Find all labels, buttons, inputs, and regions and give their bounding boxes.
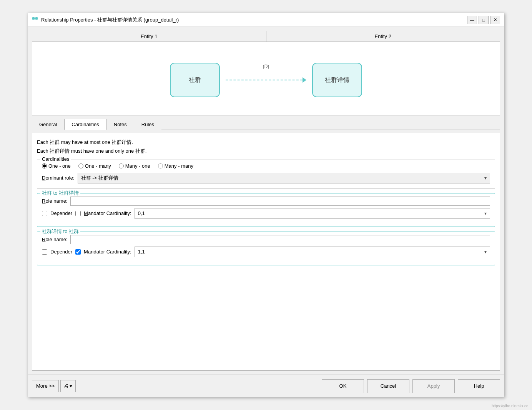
window-title: Relationship Properties - 社群与社群详情关系 (gro… [41, 17, 179, 23]
dominant-role-dropdown[interactable]: 社群 -> 社群详情 [78, 173, 490, 183]
svg-rect-1 [35, 17, 38, 20]
tab-rules[interactable]: Rules [134, 119, 161, 130]
radio-many-one[interactable]: Many - one [119, 163, 150, 169]
connector-arrow [303, 77, 306, 83]
cardinalities-group-box: Cardinalities One - one One - many Many … [37, 160, 495, 188]
radio-one-one-input[interactable] [42, 163, 47, 168]
section2-role-input[interactable] [70, 235, 490, 244]
radio-many-many[interactable]: Many - many [158, 163, 193, 169]
section1-depender-label: Depender [50, 210, 72, 216]
section2-checkbox-row: Depender Mandator Cardinality: 1,1 [42, 247, 490, 257]
section2-mandator-checkbox[interactable] [75, 249, 81, 255]
entity1-header: Entity 1 [32, 31, 266, 42]
section1-chevron-icon [484, 210, 487, 216]
apply-button[interactable]: Apply [412, 379, 455, 393]
radio-one-many[interactable]: One - many [78, 163, 111, 169]
connector-label: (D) [263, 64, 269, 69]
section2-depender-label: Depender [50, 249, 72, 255]
window-content: Entity 1 Entity 2 社群 (D) 社群详情 General [28, 27, 504, 375]
section2-chevron-icon [484, 249, 487, 255]
entity1-box[interactable]: 社群 [170, 63, 220, 97]
diagram-area: Entity 1 Entity 2 社群 (D) 社群详情 [32, 31, 500, 115]
section2-title: 社群详情 to 社群 [40, 228, 80, 235]
tab-cardinalities[interactable]: Cardinalities [64, 119, 106, 130]
section1-mandator-label: Mandator Cardinality: [84, 210, 131, 216]
bottom-left: More >> 🖨 ▾ [32, 380, 76, 392]
print-button[interactable]: 🖨 ▾ [60, 380, 76, 392]
cancel-button[interactable]: Cancel [367, 379, 409, 393]
dominant-role-chevron-icon [484, 175, 487, 181]
window-icon [32, 17, 38, 23]
description-line1: Each 社群 may have at most one 社群详情. [37, 138, 495, 147]
section2-cardinality-dropdown[interactable]: 1,1 [135, 247, 490, 257]
section1-depender-checkbox[interactable] [42, 211, 47, 216]
entity2-header: Entity 2 [266, 31, 500, 42]
section2-mandator-label: Mandator Cardinality: [84, 249, 131, 255]
section1-box: 社群 to 社群详情 Role name: Depender Mandator … [37, 193, 495, 227]
description-line2: Each 社群详情 must have one and only one 社群. [37, 147, 495, 155]
connector-line [226, 80, 303, 80]
section1-cardinality-dropdown[interactable]: 0,1 [135, 208, 490, 219]
radio-many-many-input[interactable] [158, 163, 163, 168]
help-button[interactable]: Help [458, 379, 500, 393]
diagram-entities: 社群 (D) 社群详情 [32, 49, 500, 97]
close-button[interactable]: ✕ [490, 16, 500, 24]
printer-icon: 🖨 [64, 383, 69, 389]
radio-group: One - one One - many Many - one Many - m… [42, 163, 490, 169]
dominant-role-label: Dominant role: [42, 175, 75, 181]
maximize-button[interactable]: □ [479, 16, 489, 24]
section1-title: 社群 to 社群详情 [40, 190, 80, 197]
svg-rect-0 [32, 17, 35, 20]
entity2-box[interactable]: 社群详情 [312, 63, 362, 97]
group-box-title: Cardinalities [40, 156, 71, 162]
tabs-container: General Cardinalities Notes Rules [32, 118, 500, 130]
section2-role-label: Role name: [42, 237, 67, 242]
section2-box: 社群详情 to 社群 Role name: Depender Mandator … [37, 232, 495, 265]
title-bar: Relationship Properties - 社群与社群详情关系 (gro… [28, 13, 504, 27]
radio-many-one-input[interactable] [119, 163, 124, 168]
section2-role-row: Role name: [42, 235, 490, 244]
more-button[interactable]: More >> [32, 380, 59, 392]
bottom-bar: More >> 🖨 ▾ OK Cancel Apply Help [28, 375, 504, 397]
ok-button[interactable]: OK [322, 379, 364, 393]
radio-one-one[interactable]: One - one [42, 163, 71, 169]
bottom-right: OK Cancel Apply Help [322, 379, 500, 393]
radio-one-many-input[interactable] [78, 163, 83, 168]
print-dropdown-icon: ▾ [70, 383, 72, 389]
dominant-role-row: Dominant role: 社群 -> 社群详情 [42, 173, 490, 183]
entity1-label: 社群 [189, 76, 201, 84]
description: Each 社群 may have at most one 社群详情. Each … [37, 138, 495, 156]
section1-mandator-checkbox[interactable] [75, 211, 81, 216]
section1-role-input[interactable] [70, 197, 490, 206]
url-bar: https://yibo.ninesix.cc [492, 404, 528, 408]
entity-connector: (D) [220, 72, 312, 88]
entity-headers: Entity 1 Entity 2 [32, 31, 500, 42]
main-window: Relationship Properties - 社群与社群详情关系 (gro… [28, 13, 504, 397]
section1-checkbox-row: Depender Mandator Cardinality: 0,1 [42, 208, 490, 219]
minimize-button[interactable]: — [467, 16, 477, 24]
entity2-label: 社群详情 [325, 76, 349, 84]
section1-role-label: Role name: [42, 198, 67, 204]
tab-notes[interactable]: Notes [106, 119, 134, 130]
tab-general[interactable]: General [32, 119, 64, 130]
section1-role-row: Role name: [42, 197, 490, 206]
title-bar-left: Relationship Properties - 社群与社群详情关系 (gro… [32, 17, 179, 23]
section2-depender-checkbox[interactable] [42, 249, 47, 255]
main-panel: Each 社群 may have at most one 社群详情. Each … [32, 133, 500, 371]
title-bar-controls: — □ ✕ [467, 16, 500, 24]
